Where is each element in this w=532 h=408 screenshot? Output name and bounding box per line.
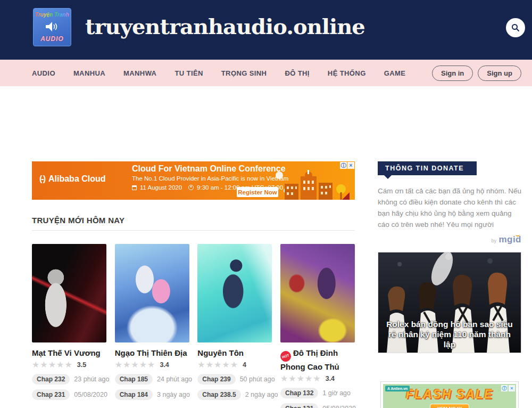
chapter-row: Chap 239 50 phút ago bbox=[197, 374, 272, 385]
comic-title[interactable]: HOTĐô Thị Đỉnh Phong Cao Thủ bbox=[280, 348, 355, 372]
hot-badge: HOT bbox=[279, 349, 292, 363]
comic-title[interactable]: Nguyên Tôn bbox=[197, 348, 272, 358]
nav-item-he-thong[interactable]: HỆ THỐNG bbox=[328, 69, 366, 77]
alibaba-logo-icon: (-) bbox=[39, 174, 45, 184]
rating-row: ★★★★★ 3.4 bbox=[280, 374, 355, 383]
chapter-row: Chap 184 3 ngày ago bbox=[115, 389, 189, 400]
comic-card: Nguyên Tôn ★★★★★ 4 Chap 239 50 phút ago … bbox=[197, 244, 272, 408]
mgid-logo: mgid bbox=[498, 234, 521, 244]
main-nav: AUDIO MANHUA MANHWA TU TIÊN TRỌNG SINH Đ… bbox=[0, 60, 532, 86]
ad-date: 11 August 2020 bbox=[140, 184, 182, 191]
ad-close-icon[interactable]: × bbox=[347, 162, 354, 169]
section-title: TRUYỆN MỚI HÔM NAY bbox=[32, 216, 355, 225]
chapter-row: Chap 132 1 giờ ago bbox=[280, 388, 355, 398]
xem-ngay-button[interactable]: XEM NGAY bbox=[430, 404, 469, 408]
chapter-link[interactable]: Chap 231 bbox=[32, 389, 70, 400]
rating-row: ★★★★★ 3.5 bbox=[32, 361, 106, 369]
chapter-link[interactable]: Chap 132 bbox=[280, 388, 318, 398]
chapter-row: Chap 131 05/08/2020 bbox=[280, 403, 355, 408]
chapter-time: 23 phút ago bbox=[74, 376, 109, 383]
chapter-time: 05/08/2020 bbox=[322, 405, 356, 408]
mgid-by-label: by bbox=[491, 238, 496, 243]
rolex-ad-caption: Rolex bán đồng hồ bản sao siêu rẻ nhân k… bbox=[378, 319, 521, 349]
chapter-row: Chap 231 05/08/2020 bbox=[32, 389, 106, 400]
rating-value: 4 bbox=[243, 361, 246, 369]
speaker-icon bbox=[45, 21, 59, 32]
logo-text-audio: AUDIO bbox=[40, 35, 64, 43]
rating-row: ★★★★★ 3.4 bbox=[115, 361, 189, 369]
comic-cover-image[interactable] bbox=[280, 244, 355, 342]
comic-cover-image[interactable] bbox=[32, 244, 106, 342]
comic-cover-image[interactable] bbox=[115, 244, 189, 342]
site-header: Truyện Tranh AUDIO truyentranhaudio.onli… bbox=[0, 0, 532, 60]
nav-item-trong-sinh[interactable]: TRỌNG SINH bbox=[221, 69, 267, 77]
chapter-row: Chap 185 24 phút ago bbox=[115, 374, 189, 385]
ad-close-icon[interactable]: × bbox=[509, 385, 515, 391]
ad-controls: ⓘ × bbox=[340, 162, 354, 169]
sidebar: THÔNG TIN DONATE Cám ơn tất cả các bạn đ… bbox=[378, 161, 521, 408]
search-icon bbox=[511, 23, 520, 32]
section-divider bbox=[32, 230, 355, 231]
search-button[interactable] bbox=[506, 18, 525, 37]
sign-up-button[interactable]: Sign up bbox=[478, 66, 521, 81]
nav-items: AUDIO MANHUA MANHWA TU TIÊN TRỌNG SINH Đ… bbox=[32, 69, 423, 77]
site-logo[interactable]: Truyện Tranh AUDIO bbox=[33, 8, 71, 46]
star-rating-icon: ★★★★★ bbox=[280, 374, 321, 383]
comic-card: Ngạo Thị Thiên Địa ★★★★★ 3.4 Chap 185 24… bbox=[115, 244, 189, 408]
nav-item-game[interactable]: GAME bbox=[384, 69, 406, 77]
chapter-time: 1 giờ ago bbox=[322, 389, 351, 397]
comic-cards: Mạt Thế Vi Vương ★★★★★ 3.5 Chap 232 23 p… bbox=[32, 244, 355, 408]
chapter-time: 05/08/2020 bbox=[74, 391, 107, 398]
rating-row: ★★★★★ 4 bbox=[197, 361, 272, 369]
chapter-time: 2 ngày ago bbox=[245, 391, 278, 398]
chapter-link[interactable]: Chap 239 bbox=[197, 374, 235, 385]
chapter-link[interactable]: Chap 232 bbox=[32, 374, 70, 385]
alibaba-brand-name: Alibaba Cloud bbox=[48, 174, 106, 184]
logo-text-top: Truyện Tranh bbox=[35, 12, 69, 18]
star-rating-icon: ★★★★★ bbox=[197, 361, 238, 369]
nav-item-audio[interactable]: AUDIO bbox=[32, 69, 55, 77]
flash-sale-ad[interactable]: A Antien.vn ⓘ × FLASH SALE XEM NGAY bbox=[380, 381, 519, 408]
chapter-time: 24 phút ago bbox=[157, 376, 192, 383]
chapter-link[interactable]: Chap 184 bbox=[115, 389, 153, 400]
chapter-link[interactable]: Chap 185 bbox=[115, 374, 153, 385]
chapter-link[interactable]: Chap 131 bbox=[280, 403, 318, 408]
chapter-link[interactable]: Chap 238.5 bbox=[197, 389, 240, 400]
comic-title[interactable]: Mạt Thế Vi Vương bbox=[32, 348, 106, 358]
sign-in-button[interactable]: Sign in bbox=[432, 66, 473, 81]
ad-title: Cloud For Vietnam Online Conference bbox=[132, 164, 288, 174]
rating-value: 3.5 bbox=[77, 361, 86, 369]
donate-text: Cám ơn tất cả các bạn đã ủng hộ nhóm. Nế… bbox=[378, 185, 521, 230]
ad-subtitle: The No.1 Cloud Provider in Asia-Pacific … bbox=[132, 175, 288, 182]
donate-heading: THÔNG TIN DONATE bbox=[378, 161, 477, 175]
comic-card: Mạt Thế Vi Vương ★★★★★ 3.5 Chap 232 23 p… bbox=[32, 244, 106, 408]
site-title[interactable]: truyentranhaudio.online bbox=[85, 14, 365, 39]
nav-item-manhua[interactable]: MANHUA bbox=[73, 69, 105, 77]
alibaba-brand: (-) Alibaba Cloud bbox=[39, 174, 106, 184]
calendar-icon bbox=[132, 185, 137, 190]
chapter-row: Chap 232 23 phút ago bbox=[32, 374, 106, 385]
nav-item-tu-tien[interactable]: TU TIÊN bbox=[174, 69, 203, 77]
comic-cover-image[interactable] bbox=[197, 244, 272, 342]
ad-info-icon[interactable]: ⓘ bbox=[340, 162, 347, 169]
star-rating-icon: ★★★★★ bbox=[32, 361, 73, 369]
rolex-native-ad[interactable]: Rolex bán đồng hồ bản sao siêu rẻ nhân k… bbox=[378, 252, 521, 353]
comic-title[interactable]: Ngạo Thị Thiên Địa bbox=[115, 348, 189, 358]
advertiser-logo: A Antien.vn bbox=[385, 386, 410, 391]
rating-value: 3.4 bbox=[160, 361, 169, 369]
ad-controls: ⓘ × bbox=[501, 385, 515, 391]
star-rating-icon: ★★★★★ bbox=[115, 361, 156, 369]
nav-item-manhwa[interactable]: MANHWA bbox=[123, 69, 156, 77]
clock-icon bbox=[188, 185, 194, 190]
alibaba-ad-banner[interactable]: (-) Alibaba Cloud Cloud For Vietnam Onli… bbox=[32, 161, 355, 200]
nav-item-do-thi[interactable]: ĐÔ THỊ bbox=[285, 69, 309, 77]
main-content: (-) Alibaba Cloud Cloud For Vietnam Onli… bbox=[32, 161, 355, 408]
comic-card: HOTĐô Thị Đỉnh Phong Cao Thủ ★★★★★ 3.4 C… bbox=[280, 244, 355, 408]
chapter-time: 3 ngày ago bbox=[157, 391, 190, 398]
chapter-row: Chap 238.5 2 ngày ago bbox=[197, 389, 272, 400]
auth-buttons: Sign in Sign up bbox=[432, 66, 521, 81]
buildings-illustration bbox=[270, 169, 350, 200]
ad-info-icon[interactable]: ⓘ bbox=[501, 385, 508, 391]
mgid-attribution[interactable]: by mgid bbox=[378, 234, 521, 245]
flash-sale-inner: A Antien.vn ⓘ × FLASH SALE XEM NGAY bbox=[383, 384, 516, 408]
